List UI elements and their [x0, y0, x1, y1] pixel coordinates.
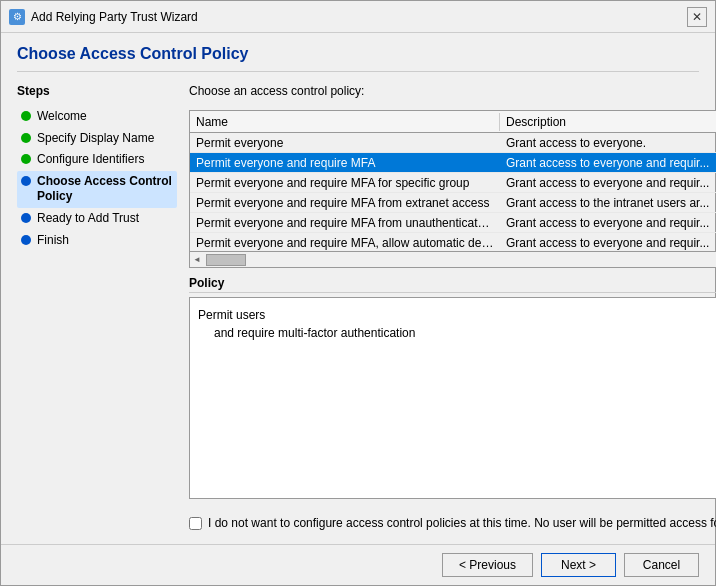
step-label-access-control: Choose Access Control Policy	[37, 174, 173, 205]
row-description: Grant access to everyone and requir...	[500, 234, 716, 252]
wizard-window: ⚙ Add Relying Party Trust Wizard ✕ Choos…	[0, 0, 716, 586]
no-policy-checkbox[interactable]	[189, 517, 202, 530]
table-inner: Name Description Permit everyone Grant a…	[190, 111, 716, 251]
main-layout: Steps Welcome Specify Display Name Confi…	[17, 84, 699, 532]
step-label-finish: Finish	[37, 233, 69, 249]
row-name: Permit everyone and require MFA, allow a…	[190, 234, 500, 252]
column-header-name: Name	[190, 113, 500, 131]
table-row[interactable]: Permit everyone and require MFA for spec…	[190, 173, 716, 193]
steps-panel: Steps Welcome Specify Display Name Confi…	[17, 84, 177, 532]
steps-heading: Steps	[17, 84, 177, 98]
no-policy-checkbox-label[interactable]: I do not want to configure access contro…	[208, 515, 716, 532]
window-title: Add Relying Party Trust Wizard	[31, 10, 198, 24]
row-description: Grant access to everyone and requir...	[500, 174, 716, 192]
table-scroll-area: Name Description Permit everyone Grant a…	[190, 111, 716, 251]
step-dot-welcome	[21, 111, 31, 121]
column-header-description: Description	[500, 113, 716, 131]
policy-table: Name Description Permit everyone Grant a…	[189, 110, 716, 268]
step-dot-display-name	[21, 133, 31, 143]
step-label-welcome: Welcome	[37, 109, 87, 125]
footer: < Previous Next > Cancel	[1, 544, 715, 585]
row-name: Permit everyone and require MFA from ext…	[190, 194, 500, 212]
scroll-left-arrow[interactable]: ◄	[190, 255, 204, 264]
policy-label: Policy	[189, 276, 716, 293]
cancel-button[interactable]: Cancel	[624, 553, 699, 577]
title-bar-left: ⚙ Add Relying Party Trust Wizard	[9, 9, 198, 25]
row-name: Permit everyone and require MFA from una…	[190, 214, 500, 232]
table-row[interactable]: Permit everyone Grant access to everyone…	[190, 133, 716, 153]
previous-button[interactable]: < Previous	[442, 553, 533, 577]
step-label-identifiers: Configure Identifiers	[37, 152, 144, 168]
step-finish[interactable]: Finish	[17, 230, 177, 252]
page-title: Choose Access Control Policy	[17, 45, 699, 72]
step-welcome[interactable]: Welcome	[17, 106, 177, 128]
close-button[interactable]: ✕	[687, 7, 707, 27]
policy-box: Permit users and require multi-factor au…	[189, 297, 716, 499]
step-display-name[interactable]: Specify Display Name	[17, 128, 177, 150]
row-description: Grant access to everyone and requir...	[500, 214, 716, 232]
step-access-control[interactable]: Choose Access Control Policy	[17, 171, 177, 208]
horiz-scroll-thumb[interactable]	[206, 254, 246, 266]
step-dot-access-control	[21, 176, 31, 186]
row-description: Grant access to everyone.	[500, 134, 716, 152]
title-bar: ⚙ Add Relying Party Trust Wizard ✕	[1, 1, 715, 33]
next-button[interactable]: Next >	[541, 553, 616, 577]
table-row[interactable]: Permit everyone and require MFA from ext…	[190, 193, 716, 213]
wizard-icon: ⚙	[9, 9, 25, 25]
row-description: Grant access to everyone and requir...	[500, 154, 716, 172]
no-policy-checkbox-section: I do not want to configure access contro…	[189, 515, 716, 532]
horiz-scroll-track[interactable]	[204, 253, 716, 267]
step-dot-finish	[21, 235, 31, 245]
step-dot-identifiers	[21, 154, 31, 164]
table-rows: Permit everyone Grant access to everyone…	[190, 133, 716, 251]
step-identifiers[interactable]: Configure Identifiers	[17, 149, 177, 171]
policy-section: Policy Permit users and require multi-fa…	[189, 276, 716, 499]
policy-text-line2: and require multi-factor authentication	[214, 324, 716, 342]
step-label-display-name: Specify Display Name	[37, 131, 154, 147]
row-description: Grant access to the intranet users ar...	[500, 194, 716, 212]
content-area: Choose Access Control Policy Steps Welco…	[1, 33, 715, 544]
step-dot-ready	[21, 213, 31, 223]
horizontal-scrollbar[interactable]: ◄ ►	[190, 251, 716, 267]
row-name: Permit everyone and require MFA for spec…	[190, 174, 500, 192]
step-ready[interactable]: Ready to Add Trust	[17, 208, 177, 230]
row-name: Permit everyone and require MFA	[190, 154, 500, 172]
table-row[interactable]: Permit everyone and require MFA from una…	[190, 213, 716, 233]
table-header: Name Description	[190, 111, 716, 133]
table-row[interactable]: Permit everyone and require MFA, allow a…	[190, 233, 716, 251]
step-label-ready: Ready to Add Trust	[37, 211, 139, 227]
policy-list-label: Choose an access control policy:	[189, 84, 716, 98]
table-row[interactable]: Permit everyone and require MFA Grant ac…	[190, 153, 716, 173]
policy-text-line1: Permit users	[198, 306, 716, 324]
right-panel: Choose an access control policy: Name De…	[189, 84, 716, 532]
row-name: Permit everyone	[190, 134, 500, 152]
